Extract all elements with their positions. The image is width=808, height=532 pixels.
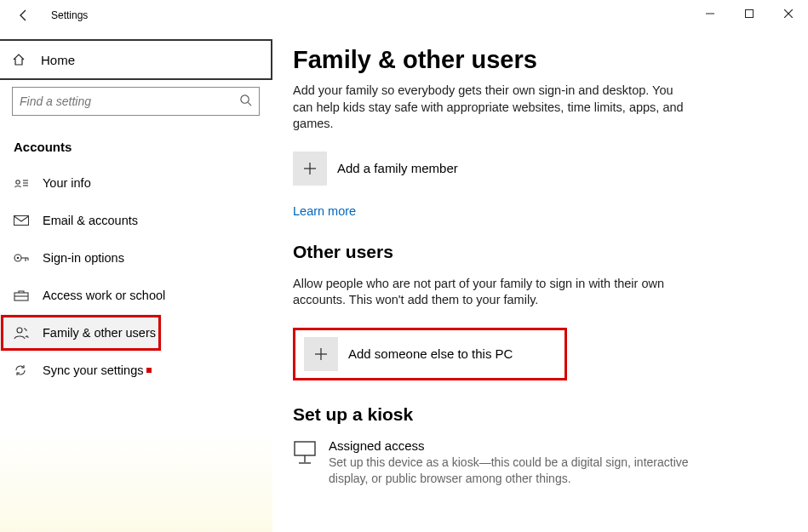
- svg-point-4: [241, 95, 249, 103]
- learn-more-link[interactable]: Learn more: [293, 204, 356, 218]
- people-icon: [14, 326, 34, 340]
- page-title: Family & other users: [293, 46, 788, 74]
- maximize-icon: [745, 9, 754, 18]
- close-button[interactable]: [769, 0, 808, 27]
- sidebar-item-family-other-users[interactable]: Family & other users: [0, 314, 162, 352]
- plus-icon: [302, 161, 318, 176]
- contact-card-icon: [14, 177, 34, 189]
- assigned-access-item[interactable]: Assigned access Set up this device as a …: [293, 438, 693, 487]
- svg-point-6: [16, 180, 20, 184]
- svg-rect-23: [295, 442, 315, 455]
- sidebar-item-label: Family & other users: [43, 326, 156, 340]
- sidebar-item-label: Sync your settings: [43, 363, 143, 377]
- sidebar-item-label: Your info: [43, 176, 91, 190]
- sidebar-item-sync-settings[interactable]: Sync your settings: [0, 352, 272, 389]
- sidebar-item-label: Sign-in options: [43, 251, 124, 265]
- mail-icon: [14, 215, 34, 226]
- add-someone-label: Add someone else to this PC: [348, 346, 513, 361]
- search-input[interactable]: [20, 94, 239, 108]
- sidebar-item-signin-options[interactable]: Sign-in options: [0, 239, 272, 277]
- section-heading: Accounts: [14, 140, 272, 154]
- add-family-member-button[interactable]: Add a family member: [293, 152, 788, 186]
- search-icon: [239, 94, 252, 109]
- family-description: Add your family so everybody gets their …: [293, 83, 685, 133]
- search-box[interactable]: [12, 87, 260, 116]
- add-someone-highlight: Add someone else to this PC: [293, 328, 567, 380]
- plus-tile: [304, 337, 338, 371]
- sync-icon: [14, 363, 34, 377]
- briefcase-icon: [14, 289, 34, 301]
- other-users-heading: Other users: [293, 242, 788, 262]
- home-button[interactable]: Home: [0, 41, 271, 78]
- minimize-button[interactable]: [691, 0, 730, 27]
- close-icon: [784, 9, 793, 18]
- sidebar-item-email-accounts[interactable]: Email & accounts: [0, 202, 272, 239]
- kiosk-icon: [293, 438, 317, 468]
- add-someone-button[interactable]: Add someone else to this PC: [304, 337, 556, 371]
- maximize-button[interactable]: [730, 0, 769, 27]
- sidebar-item-your-info[interactable]: Your info: [0, 164, 272, 202]
- add-family-label: Add a family member: [337, 161, 458, 175]
- svg-rect-1: [746, 10, 754, 18]
- plus-tile: [293, 152, 327, 186]
- arrow-left-icon: [17, 9, 31, 22]
- kiosk-heading: Set up a kiosk: [293, 404, 788, 425]
- sidebar-item-label: Access work or school: [43, 289, 165, 302]
- assigned-access-desc: Set up this device as a kiosk—this could…: [329, 455, 693, 487]
- other-users-description: Allow people who are not part of your fa…: [293, 276, 685, 309]
- sidebar-item-label: Email & accounts: [43, 214, 138, 227]
- home-icon: [12, 53, 32, 66]
- annotation-dot: [146, 368, 152, 373]
- sidebar: Home Accounts Your info Email & accounts: [0, 31, 272, 532]
- svg-line-5: [248, 102, 251, 106]
- nav-list: Your info Email & accounts Sign-in optio…: [0, 164, 272, 389]
- svg-point-12: [17, 257, 20, 260]
- window-title: Settings: [51, 9, 88, 21]
- back-button[interactable]: [7, 0, 41, 31]
- assigned-access-title: Assigned access: [329, 438, 693, 453]
- key-icon: [14, 252, 34, 264]
- minimize-icon: [706, 9, 714, 18]
- titlebar: Settings: [0, 0, 808, 31]
- content-area: Family & other users Add your family so …: [272, 31, 808, 532]
- home-label: Home: [41, 53, 75, 67]
- svg-point-18: [17, 328, 22, 333]
- sidebar-item-access-work-school[interactable]: Access work or school: [0, 277, 272, 314]
- plus-icon: [313, 346, 329, 362]
